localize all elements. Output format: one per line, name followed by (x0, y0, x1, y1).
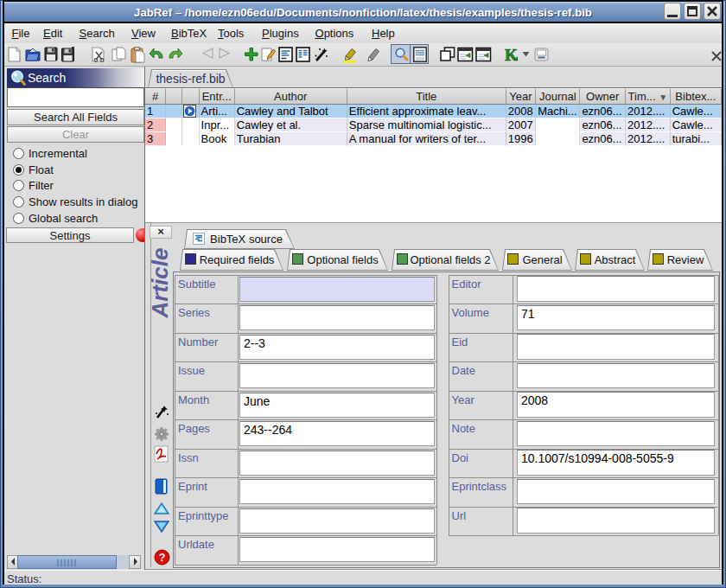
svg-text:?: ? (159, 552, 166, 564)
svg-text:K: K (505, 47, 518, 63)
